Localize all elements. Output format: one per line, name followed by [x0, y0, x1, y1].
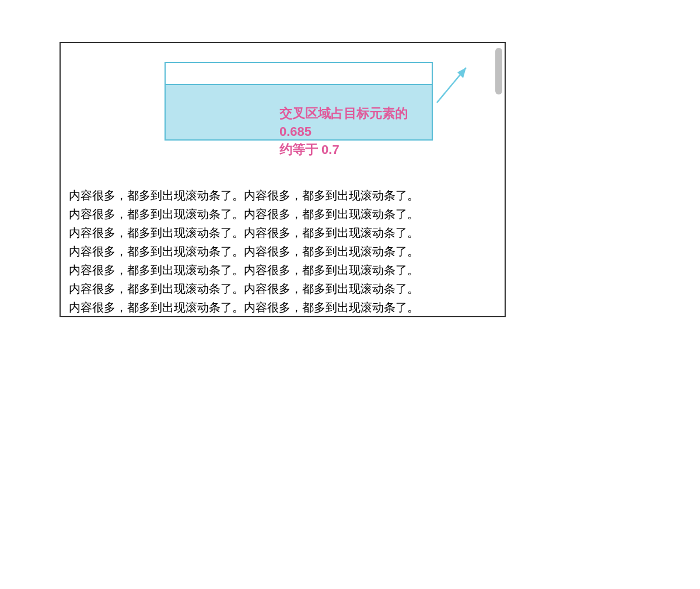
- content-line-2: 内容很多，都多到出现滚动条了。内容很多，都多到出现滚动条了。: [69, 205, 419, 223]
- label-line2: 约等于 0.7: [279, 142, 340, 157]
- demo-outer-box: 交叉区域占目标元素的0.685 约等于 0.7 内容很多，都多到出现滚动条了。内…: [60, 42, 506, 317]
- target-top-box: [164, 62, 433, 85]
- content-line-4: 内容很多，都多到出现滚动条了。内容很多，都多到出现滚动条了。: [69, 242, 419, 261]
- content-line-6: 内容很多，都多到出现滚动条了。内容很多，都多到出现滚动条了。: [69, 279, 419, 298]
- content-line-1: 内容很多，都多到出现滚动条了。内容很多，都多到出现滚动条了。: [69, 186, 419, 205]
- label-line1: 交叉区域占目标元素的0.685: [279, 106, 408, 139]
- demo-content: 内容很多，都多到出现滚动条了。内容很多，都多到出现滚动条了。 内容很多，都多到出…: [69, 186, 419, 317]
- content-line-3: 内容很多，都多到出现滚动条了。内容很多，都多到出现滚动条了。: [69, 223, 419, 242]
- intersection-label: 交叉区域占目标元素的0.685 约等于 0.7: [279, 105, 432, 159]
- annotation-arrow: [431, 62, 478, 108]
- browser-viewport: 交叉区域占目标元素的0.685 约等于 0.7 内容很多，都多到出现滚动条了。内…: [0, 0, 700, 320]
- content-line-7: 内容很多，都多到出现滚动条了。内容很多，都多到出现滚动条了。: [69, 298, 419, 317]
- content-line-5: 内容很多，都多到出现滚动条了。内容很多，都多到出现滚动条了。: [69, 261, 419, 279]
- content-line-8: 内容很多，都多到出现滚动条了。内容很多，都多到出现滚动条了。: [69, 317, 419, 317]
